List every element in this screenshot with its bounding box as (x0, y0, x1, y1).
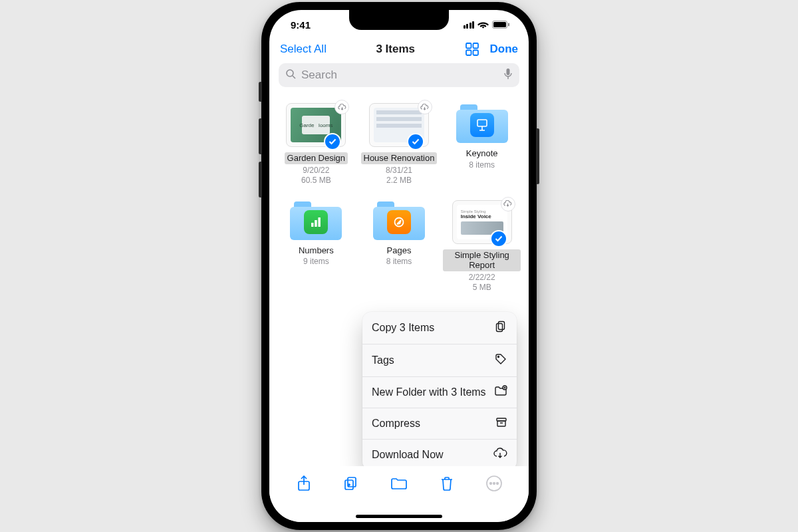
folder-item-pages[interactable]: Pages 8 items (360, 200, 438, 293)
cellular-icon (464, 21, 475, 29)
svg-rect-1 (493, 22, 506, 27)
file-item-simple-styling-report[interactable]: Simple StylingInside Voice Simple Stylin… (443, 200, 521, 293)
svg-point-20 (498, 356, 499, 358)
bottom-toolbar (269, 466, 529, 522)
svg-rect-15 (315, 220, 318, 227)
folder-meta: 9 items (303, 257, 329, 267)
battery-icon (492, 21, 510, 29)
select-all-button[interactable]: Select All (280, 43, 327, 56)
status-time: 9:41 (291, 19, 311, 31)
menu-label: Copy 3 Items (372, 322, 434, 334)
svg-rect-4 (473, 43, 478, 49)
svg-rect-3 (466, 43, 471, 49)
selected-checkmark-icon (324, 133, 341, 150)
menu-label: Tags (372, 354, 394, 366)
file-thumbnail: Simple StylingInside Voice (452, 200, 512, 244)
svg-rect-16 (319, 217, 321, 227)
file-name: Garden Design (285, 152, 348, 164)
numbers-app-icon (304, 210, 328, 234)
menu-item-tags[interactable]: Tags (362, 344, 517, 377)
wifi-icon (477, 21, 489, 29)
svg-rect-11 (477, 120, 487, 126)
svg-rect-18 (499, 322, 505, 330)
folder-item-numbers[interactable]: Numbers 9 items (277, 200, 355, 293)
menu-item-copy[interactable]: Copy 3 Items (362, 312, 517, 344)
share-button[interactable] (295, 474, 313, 493)
svg-line-8 (293, 76, 295, 78)
folder-icon (290, 200, 342, 240)
duplicate-button[interactable] (342, 474, 360, 493)
cloud-download-icon (418, 100, 432, 114)
file-name: House Renovation (361, 152, 438, 164)
screen: 9:41 Select All 3 Items Done (269, 10, 529, 522)
search-icon (285, 68, 296, 82)
file-grid: Garde looms Garden Design 9/20/2260.5 MB… (269, 88, 529, 299)
svg-point-31 (497, 483, 499, 485)
iphone-device-frame: 9:41 Select All 3 Items Done (261, 2, 537, 530)
svg-rect-5 (466, 51, 471, 56)
folder-name: Pages (387, 245, 412, 256)
svg-rect-6 (473, 51, 478, 56)
svg-rect-2 (508, 23, 509, 27)
mic-icon[interactable] (503, 68, 513, 82)
file-meta: 9/20/2260.5 MB (301, 166, 331, 186)
file-name: Simple Styling Report (443, 249, 521, 271)
svg-rect-23 (497, 421, 505, 426)
search-input[interactable] (300, 68, 499, 82)
svg-rect-9 (507, 68, 510, 75)
folder-name: Keynote (466, 148, 498, 159)
nav-title: 3 Items (376, 43, 415, 56)
copy-icon (494, 320, 507, 336)
menu-label: Compress (372, 418, 420, 430)
archive-icon (495, 416, 507, 431)
status-indicators (464, 21, 511, 29)
search-bar[interactable] (279, 63, 519, 87)
selected-checkmark-icon (407, 133, 424, 150)
home-indicator[interactable] (356, 515, 442, 518)
file-meta: 8/31/212.2 MB (386, 166, 412, 186)
new-folder-icon (494, 385, 507, 400)
delete-button[interactable] (438, 474, 456, 493)
folder-meta: 8 items (386, 257, 412, 267)
menu-item-new-folder[interactable]: New Folder with 3 Items (362, 377, 517, 408)
selected-checkmark-icon (490, 230, 507, 247)
svg-rect-14 (311, 223, 314, 227)
folder-icon (456, 103, 508, 143)
svg-point-30 (493, 483, 495, 485)
folder-item-keynote[interactable]: Keynote 8 items (443, 103, 521, 186)
menu-item-compress[interactable]: Compress (362, 408, 517, 440)
context-menu: Copy 3 Items Tags New Folder with 3 Item… (362, 312, 517, 470)
folder-icon (373, 200, 425, 240)
move-button[interactable] (390, 474, 408, 493)
svg-rect-19 (497, 324, 503, 332)
menu-label: New Folder with 3 Items (372, 386, 486, 398)
pages-app-icon (387, 210, 411, 234)
folder-meta: 8 items (469, 160, 495, 170)
file-thumbnail: Garde looms (286, 103, 346, 147)
view-mode-icon[interactable] (465, 42, 479, 57)
file-meta: 2/22/225 MB (469, 273, 495, 293)
svg-point-7 (287, 70, 293, 76)
file-thumbnail (369, 103, 429, 147)
cloud-download-icon (501, 197, 515, 211)
file-item-garden-design[interactable]: Garde looms Garden Design 9/20/2260.5 MB (277, 103, 355, 186)
menu-label: Download Now (372, 449, 444, 461)
cloud-download-icon (334, 100, 349, 114)
folder-name: Numbers (299, 245, 334, 256)
notch (349, 10, 449, 30)
cloud-download-icon (493, 448, 507, 462)
done-button[interactable]: Done (490, 43, 519, 56)
keynote-app-icon (470, 113, 494, 137)
file-item-house-renovation[interactable]: House Renovation 8/31/212.2 MB (360, 103, 438, 186)
svg-point-29 (490, 483, 492, 485)
tag-icon (494, 352, 507, 368)
nav-bar: Select All 3 Items Done (269, 39, 529, 61)
more-button[interactable] (485, 474, 503, 493)
